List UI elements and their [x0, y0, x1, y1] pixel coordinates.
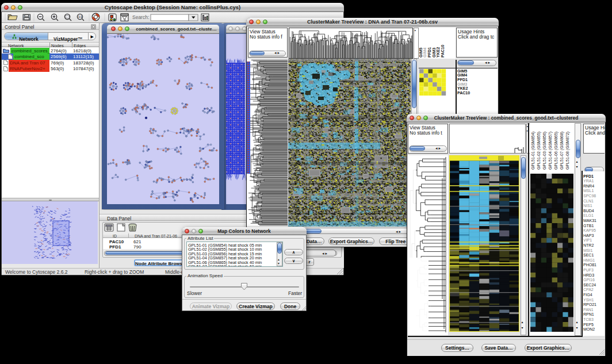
svg-text:GIM5: GIM5: [419, 48, 423, 58]
svg-text:GPL51-06 (GSM865): GPL51-06 (GSM865): [554, 132, 559, 170]
svg-text:GPL51-08 (GSM872): GPL51-08 (GSM872): [565, 132, 570, 170]
svg-text:GPL51-01 (GSM854): GPL51-01 (GSM854): [531, 132, 536, 170]
svg-text:YKE2: YKE2: [436, 47, 440, 58]
svg-text:PAC10: PAC10: [441, 45, 445, 58]
svg-text:Search:: Search:: [132, 14, 149, 20]
svg-text:GPL51-03 (GSM856): GPL51-03 (GSM856): [542, 132, 547, 170]
svg-text:1:1: 1:1: [78, 16, 82, 18]
svg-text:GPL51-02 (GSM855): GPL51-02 (GSM855): [537, 132, 541, 170]
svg-text:PFD1: PFD1: [427, 47, 431, 58]
svg-text:GIM3: GIM3: [432, 48, 436, 58]
svg-text:GPL51-07 (GSM868): GPL51-07 (GSM868): [560, 132, 564, 170]
svg-text:GIM4: GIM4: [423, 48, 427, 58]
svg-text:GPL51-04 (GSM857): GPL51-04 (GSM857): [548, 132, 553, 170]
